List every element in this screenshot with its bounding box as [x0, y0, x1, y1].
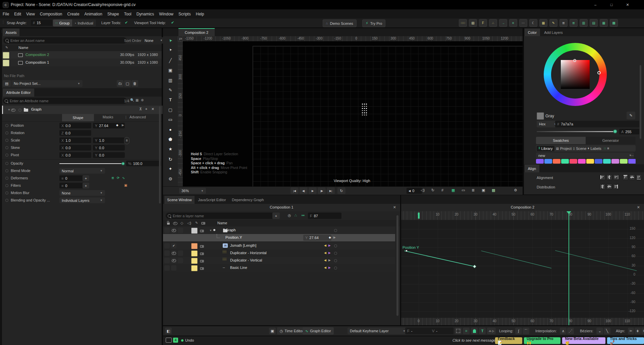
onion-skin-icon[interactable]: ◎: [288, 213, 291, 218]
time-editor-toggle[interactable]: ◷Time Editor: [277, 327, 306, 335]
eye-column-icon[interactable]: [173, 222, 177, 225]
status-badge-3[interactable]: Tips and Tricks 🚀: [607, 337, 644, 344]
layer-keyframe-dot[interactable]: [334, 252, 337, 255]
pivot-x-field[interactable]: X0.0: [59, 152, 91, 158]
tab-library[interactable]: ⫴Library: [537, 146, 554, 151]
attribute-name[interactable]: Position.Y: [225, 235, 242, 239]
undo-label[interactable]: Undo: [185, 338, 194, 342]
status-badge-1[interactable]: Upgrade to Pro 🙌: [524, 337, 560, 344]
in-marker[interactable]: ◀: [324, 244, 326, 247]
hex-value-field[interactable]: #7a7a7a: [555, 121, 639, 127]
pivot-y-field[interactable]: Y0.0: [93, 152, 125, 158]
tab-shape[interactable]: Shape: [62, 114, 94, 121]
zoom-dropdown[interactable]: 36%▼: [179, 188, 206, 194]
scatter-dots-icon[interactable]: ∴: [489, 19, 497, 27]
expression-arrow-icon[interactable]: ▶: [122, 123, 124, 127]
rotate-tool[interactable]: ↻: [163, 157, 178, 162]
add-filter-button[interactable]: +: [83, 183, 89, 188]
clip-column-icon[interactable]: [201, 222, 205, 225]
keyframe-diamond-icon[interactable]: ◆: [116, 123, 118, 127]
tab-masks[interactable]: Masks: [103, 115, 113, 119]
dock-button[interactable]: ▣: [269, 328, 276, 334]
work-area-start-marker[interactable]: [418, 213, 420, 219]
layer-name[interactable]: Duplicator - Horizontal: [230, 251, 267, 255]
tab-labels[interactable]: ⬧Labels: [588, 147, 601, 151]
asset-name[interactable]: Composition 2: [25, 53, 49, 57]
onion-frames-field[interactable]: ◀0: [407, 188, 422, 194]
graph-editor-toggle[interactable]: ∿Graph Editor: [303, 327, 334, 335]
render-column-icon[interactable]: ◇: [180, 221, 183, 225]
opacity-value-field[interactable]: %100.0: [126, 161, 161, 166]
deformer-list-icon[interactable]: ≣: [111, 176, 114, 180]
cube-icon[interactable]: ▧: [469, 19, 477, 27]
menu-item-tool[interactable]: Tool: [124, 12, 131, 16]
keyframe-nav-button[interactable]: -‖- ▷: [487, 328, 496, 334]
position-y-value-field[interactable]: Y27.64: [303, 235, 331, 241]
toolbar-drag-handle[interactable]: ⋮: [1, 20, 5, 24]
distribute-scatter-button[interactable]: [613, 184, 619, 189]
ruler-unit-label[interactable]: px: [178, 37, 183, 40]
attribute-filter-icon[interactable]: ▦: [136, 98, 139, 102]
graph-area[interactable]: 1501209060300-30-60-90-120Position Y: [401, 220, 644, 318]
project-set-icon[interactable]: ▤: [3, 80, 11, 87]
menu-item-window[interactable]: Window: [159, 12, 173, 16]
asset-color-swatch[interactable]: [3, 52, 9, 59]
layer-row-duplicator-vertical[interactable]: ∷∷∷∷ Duplicator - Vertical ◀ ▶: [163, 257, 395, 264]
tab-scene-window[interactable]: Scene Window: [164, 196, 195, 204]
swatch-more-button[interactable]: ...: [631, 153, 634, 157]
interpolation-linear-icon[interactable]: ∧: [560, 328, 567, 334]
minimize-button[interactable]: –: [589, 0, 602, 9]
tab-dependency-graph[interactable]: Dependency Graph: [229, 196, 266, 204]
tab-attribute-editor[interactable]: Attribute Editor: [3, 89, 34, 97]
color-chip[interactable]: [536, 159, 544, 164]
timeline-top-ruler[interactable]: 0102030405060708090100110: [401, 211, 644, 220]
transparency-checker-icon[interactable]: ▩: [492, 188, 495, 192]
tab-viewport-composition-2[interactable]: Composition 2: [178, 28, 215, 36]
layer-keyframe-dot[interactable]: [334, 244, 337, 247]
layer-keyframe-dot[interactable]: [334, 229, 337, 232]
go-to-start-button[interactable]: |◀: [290, 187, 299, 194]
out-marker[interactable]: ▶: [328, 258, 331, 262]
keyframe-layer-dropdown[interactable]: Default Keyframe Layer▼: [347, 328, 408, 334]
camera-tool[interactable]: ▣: [163, 68, 178, 73]
clip-icon[interactable]: [200, 267, 204, 270]
keyframe-toggle[interactable]: [5, 169, 8, 172]
keyframe-toggle[interactable]: [5, 162, 8, 165]
try-pro-button[interactable]: ⚡ Try Pro: [362, 19, 385, 27]
play-button[interactable]: ▶: [309, 187, 317, 194]
attribute-clear-icon[interactable]: ⊗: [141, 98, 144, 102]
clip-icon[interactable]: [200, 252, 204, 255]
columns-icon[interactable]: ▥: [580, 19, 588, 27]
tab-add-layers[interactable]: Add Layers: [541, 28, 566, 36]
layer-row-jsmath[interactable]: ✔ JS Jsmath [Length] ◀ ▶: [163, 242, 395, 249]
individual-button[interactable]: ▪ Individual: [72, 19, 96, 26]
enabled-checkbox[interactable]: ✔: [171, 243, 176, 248]
align-vertical-icon[interactable]: ≣: [570, 19, 578, 27]
menu-item-view[interactable]: View: [26, 12, 35, 16]
solo-dot[interactable]: [213, 229, 215, 231]
demo-scenes-button[interactable]: ∴ Demo Scenes: [323, 19, 357, 27]
position-x-field[interactable]: X0.0: [59, 123, 91, 128]
attribute-zoom-icon[interactable]: 🔍: [130, 98, 134, 102]
close-panel-icon[interactable]: ✕: [393, 205, 396, 210]
sort-order-dropdown[interactable]: None▼: [142, 37, 165, 44]
clone-tool[interactable]: ▥: [163, 78, 178, 83]
layer-color-swatch[interactable]: [191, 265, 198, 271]
keyframe-diamond[interactable]: [473, 265, 476, 268]
layers-stack-icon[interactable]: ≣: [472, 188, 475, 192]
layer-name[interactable]: Basic Line: [230, 266, 247, 270]
add-layer-button[interactable]: +: [272, 213, 280, 219]
in-marker[interactable]: ◀: [324, 251, 326, 254]
skew-y-field[interactable]: Y0.0: [93, 145, 125, 151]
duplicator-widget[interactable]: [362, 104, 368, 116]
color-chip[interactable]: [603, 159, 611, 164]
blending-dropdown[interactable]: Individual Layers▼: [59, 197, 105, 203]
trash-icon[interactable]: 🗑: [131, 80, 138, 87]
align-bottom-button[interactable]: [636, 174, 642, 180]
snap-angle-field[interactable]: # 15: [31, 20, 52, 26]
color-chip[interactable]: [611, 159, 619, 164]
interpolation-bezier-icon[interactable]: ⋰: [567, 328, 574, 334]
viewport-canvas[interactable]: Hold SDirect Layer SelectionSpacePlay/St…: [183, 41, 523, 186]
tab-advanced[interactable]: Advanced: [129, 115, 146, 119]
in-marker[interactable]: ◀: [324, 266, 326, 269]
